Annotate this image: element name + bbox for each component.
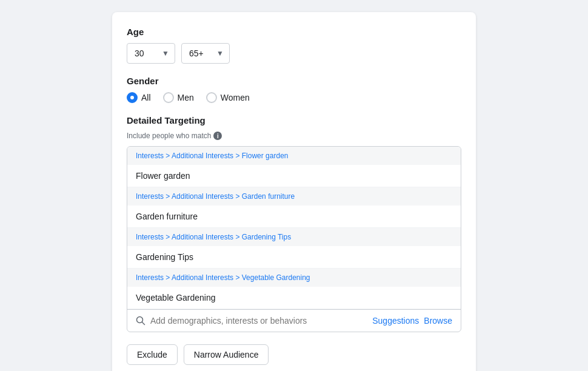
targeting-subtitle: Include people who match i [127,132,461,140]
targeting-box: Interests > Additional Interests > Flowe… [127,146,461,332]
targeting-search-input[interactable] [150,316,367,326]
targeting-list[interactable]: Interests > Additional Interests > Flowe… [127,147,461,309]
suggestions-button[interactable]: Suggestions [372,316,419,326]
gender-all-label: All [141,93,151,102]
targeting-item-0: Interests > Additional Interests > Flowe… [127,147,461,187]
gender-men-option[interactable]: Men [163,92,194,103]
age-min-select[interactable]: 30 13182125 35404550 556065 [127,43,175,64]
targeting-name-3: Vegetable Gardening [127,287,461,309]
targeting-breadcrumb-2: Interests > Additional Interests > Garde… [127,228,461,246]
gender-label: Gender [127,76,461,86]
age-section: Age 30 13182125 35404550 556065 ▼ 65+ 18… [127,27,461,64]
gender-women-option[interactable]: Women [206,92,250,103]
gender-all-radio[interactable] [127,92,138,103]
bottom-buttons: Exclude Narrow Audience [127,344,461,365]
age-max-select[interactable]: 65+ 18212530 35404550 556065 [181,43,230,64]
detailed-targeting-label: Detailed Targeting [127,115,461,125]
browse-button[interactable]: Browse [424,316,452,326]
targeting-subtitle-text: Include people who match [127,132,211,140]
age-max-wrapper: 65+ 18212530 35404550 556065 ▼ [181,43,230,64]
exclude-button[interactable]: Exclude [127,344,178,365]
gender-women-radio[interactable] [206,92,217,103]
detailed-targeting-section: Detailed Targeting Include people who ma… [127,115,461,332]
age-label: Age [127,27,461,37]
age-min-wrapper: 30 13182125 35404550 556065 ▼ [127,43,175,64]
targeting-breadcrumb-3: Interests > Additional Interests > Veget… [127,269,461,287]
targeting-name-1: Garden furniture [127,206,461,227]
targeting-item-1: Interests > Additional Interests > Garde… [127,187,461,228]
targeting-action-links: Suggestions Browse [372,316,452,326]
gender-all-option[interactable]: All [127,92,151,103]
targeting-search-bar: Suggestions Browse [127,309,461,332]
narrow-audience-button[interactable]: Narrow Audience [184,344,269,365]
main-panel: Age 30 13182125 35404550 556065 ▼ 65+ 18… [112,12,476,371]
gender-options: All Men Women [127,92,461,103]
gender-men-label: Men [178,93,194,102]
svg-line-1 [142,323,145,325]
targeting-item-2: Interests > Additional Interests > Garde… [127,228,461,269]
targeting-name-2: Gardening Tips [127,246,461,268]
targeting-breadcrumb-1: Interests > Additional Interests > Garde… [127,187,461,206]
targeting-breadcrumb-0: Interests > Additional Interests > Flowe… [127,147,461,165]
targeting-name-0: Flower garden [127,165,461,187]
search-icon [136,316,145,326]
gender-men-radio[interactable] [163,92,174,103]
info-icon[interactable]: i [213,132,222,140]
gender-women-label: Women [221,93,250,102]
age-dropdowns: 30 13182125 35404550 556065 ▼ 65+ 182125… [127,43,461,64]
gender-section: Gender All Men Women [127,76,461,103]
targeting-item-3: Interests > Additional Interests > Veget… [127,269,461,309]
